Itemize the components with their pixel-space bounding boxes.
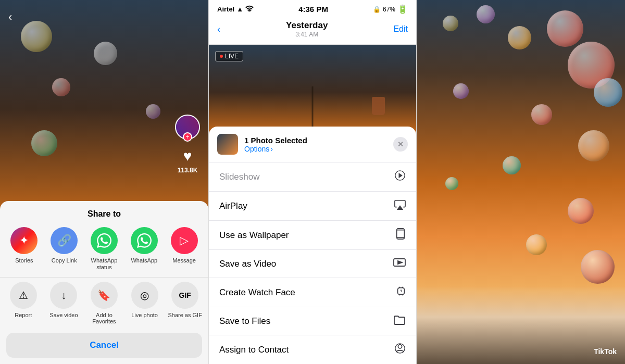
slideshow-label: Slideshow — [219, 172, 260, 182]
cup-object — [372, 97, 385, 115]
live-photo-label: Live photo — [131, 312, 158, 318]
deco-ball-red — [52, 78, 70, 96]
battery-icon: 🔋 — [397, 4, 408, 14]
tiktok-logo: TikTok — [594, 347, 617, 356]
ball-purple-small — [477, 5, 495, 23]
share-close-button[interactable]: ✕ — [393, 137, 408, 152]
watch-face-icon — [396, 285, 406, 299]
copy-link-label: Copy Link — [52, 257, 77, 264]
ball-teal — [503, 156, 521, 174]
battery-percent: 67% — [383, 6, 395, 13]
menu-item-wallpaper[interactable]: Use as Wallpaper — [209, 221, 416, 250]
status-bar: Airtel ▲ 4:36 PM 🔒 67% 🔋 — [209, 0, 416, 16]
cancel-button[interactable]: Cancel — [6, 333, 202, 358]
options-link[interactable]: Options › — [244, 145, 393, 153]
share-sheet: Share to ✦ Stories 🔗 Copy Link WhatsApp … — [0, 201, 208, 364]
svg-marker-2 — [399, 173, 402, 177]
ball-gold — [526, 234, 547, 255]
slideshow-icon — [394, 170, 406, 184]
signal-icon: ▲ — [236, 5, 243, 13]
svg-point-0 — [249, 10, 250, 11]
gif-icon: GIF — [171, 282, 198, 309]
share-app-whatsapp[interactable]: WhatsApp — [124, 227, 164, 271]
share-action-save-video[interactable]: ↓ Save video — [47, 282, 81, 324]
ball-red-bottom — [568, 198, 594, 224]
save-video-icon-ios — [393, 257, 406, 270]
options-label: Options — [244, 145, 269, 153]
message-label: Message — [172, 257, 196, 264]
share-action-report[interactable]: ⚠ Report — [6, 282, 41, 324]
favorites-icon: 🔖 — [91, 282, 118, 309]
share-app-stories[interactable]: ✦ Stories — [4, 227, 44, 271]
share-app-message[interactable]: ▷ Message — [164, 227, 204, 271]
menu-item-assign-contact[interactable]: Assign to Contact — [209, 335, 416, 364]
save-video-label-ios: Save as Video — [219, 259, 276, 269]
whatsapp-label: WhatsApp — [131, 257, 157, 264]
share-apps-row: ✦ Stories 🔗 Copy Link WhatsApp status — [0, 227, 208, 277]
heart-count: 113.8K — [178, 167, 198, 174]
wifi-icon — [245, 5, 254, 13]
share-info: 1 Photo Selected Options › — [244, 136, 393, 153]
menu-item-airplay[interactable]: AirPlay — [209, 192, 416, 221]
live-photo-icon: ◎ — [131, 282, 158, 309]
share-title: Share to — [0, 209, 208, 219]
wallpaper-label: Use as Wallpaper — [219, 230, 289, 241]
panel3-photo: TikTok — [417, 0, 625, 364]
heart-button[interactable]: ♥ 113.8K — [178, 148, 198, 174]
share-action-favorites[interactable]: 🔖 Add to Favorites — [87, 282, 121, 324]
menu-item-save-files[interactable]: Save to Files — [209, 307, 416, 335]
photo-count-title: 1 Photo Selected — [244, 136, 393, 145]
ball-dark-red — [581, 250, 615, 284]
header-edit-button[interactable]: Edit — [393, 24, 408, 34]
avatar-container: + ♥ 113.8K — [175, 115, 200, 174]
messages-header: ‹ Yesterday 3:41 AM Edit — [209, 16, 416, 45]
share-app-copy-link[interactable]: 🔗 Copy Link — [44, 227, 84, 271]
carrier-name: Airtel — [217, 5, 234, 13]
menu-item-save-video[interactable]: Save as Video — [209, 250, 416, 278]
status-time: 4:36 PM — [298, 5, 328, 14]
save-files-label: Save to Files — [219, 316, 270, 327]
save-video-label: Save video — [49, 312, 78, 318]
status-right: 🔒 67% 🔋 — [373, 4, 408, 14]
live-label: LIVE — [225, 53, 239, 60]
share-app-whatsapp-status[interactable]: WhatsApp status — [84, 227, 124, 271]
menu-item-slideshow[interactable]: Slideshow — [209, 162, 416, 192]
menu-item-watch-face[interactable]: Create Watch Face — [209, 278, 416, 307]
chevron-right-icon: › — [270, 145, 273, 153]
assign-contact-label: Assign to Contact — [219, 345, 289, 355]
deco-ball-green — [31, 130, 57, 156]
save-files-icon — [393, 315, 406, 328]
deco-ball-silver — [94, 42, 117, 65]
header-info: Yesterday 3:41 AM — [286, 20, 328, 38]
profile-avatar-wrapper[interactable]: + — [175, 115, 200, 140]
share-action-live-photo[interactable]: ◎ Live photo — [128, 282, 162, 324]
ball-orange — [508, 26, 531, 49]
ios-share-header: 1 Photo Selected Options › ✕ — [209, 127, 416, 162]
ball-yellow-small — [443, 16, 458, 31]
share-actions-row: ⚠ Report ↓ Save video 🔖 Add to Favorites… — [0, 277, 208, 329]
header-subtitle: 3:41 AM — [286, 31, 328, 38]
panel2-ios: Airtel ▲ 4:36 PM 🔒 67% 🔋 ‹ Yesterday 3:4… — [208, 0, 417, 364]
back-button[interactable]: ‹ — [8, 10, 12, 24]
lock-icon: 🔒 — [373, 6, 381, 13]
svg-marker-3 — [397, 206, 402, 209]
report-label: Report — [15, 312, 32, 318]
svg-marker-8 — [398, 261, 402, 264]
deco-ball-yellow — [21, 21, 52, 52]
ball-red-med — [531, 104, 552, 125]
svg-point-16 — [398, 345, 402, 348]
share-action-gif[interactable]: GIF Share as GIF — [168, 282, 202, 324]
follow-plus-icon: + — [183, 132, 192, 142]
heart-icon: ♥ — [183, 148, 192, 165]
wallpaper-icon — [395, 228, 406, 242]
whatsapp-icon — [131, 227, 158, 254]
whatsapp-status-label: WhatsApp status — [84, 257, 124, 271]
header-back-button[interactable]: ‹ — [217, 24, 220, 35]
carrier-info: Airtel ▲ — [217, 5, 254, 13]
stories-label: Stories — [15, 257, 33, 264]
copy-link-icon: 🔗 — [51, 227, 78, 254]
share-thumbnail — [217, 134, 238, 155]
header-title: Yesterday — [286, 20, 328, 31]
ball-red-large — [547, 10, 583, 47]
save-video-icon: ↓ — [50, 282, 77, 309]
